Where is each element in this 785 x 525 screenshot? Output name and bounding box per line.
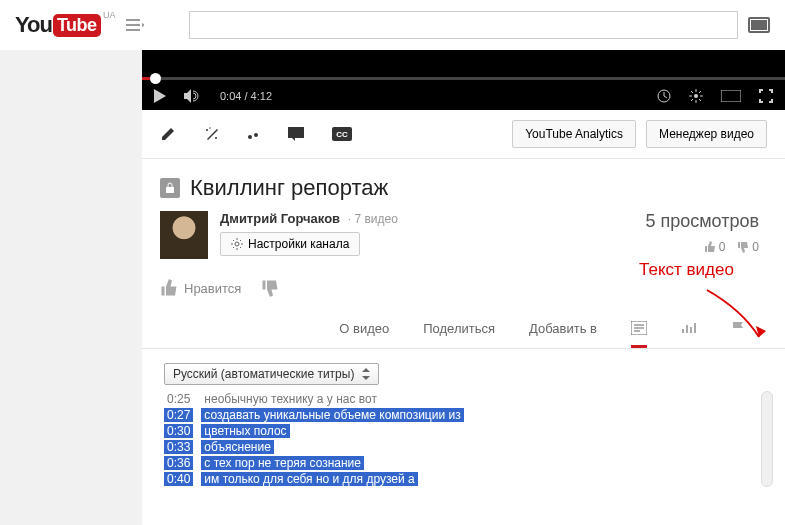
channel-info: Дмитрий Горчаков · 7 видео Настройки кан…: [220, 211, 645, 259]
search-container: [189, 11, 738, 39]
svg-rect-5: [721, 90, 741, 102]
like-button[interactable]: Нравится: [160, 279, 241, 297]
thumbs-down-icon: [261, 279, 279, 297]
like-count: 0: [704, 240, 726, 254]
action-bar: CC YouTube Analytics Менеджер видео: [142, 110, 785, 159]
engagement-row: Нравится: [142, 271, 785, 311]
svg-point-4: [694, 94, 698, 98]
dislike-count: 0: [737, 240, 759, 254]
transcript-language-select[interactable]: Русский (автоматические титры): [164, 363, 379, 385]
svg-rect-12: [166, 187, 174, 193]
tab-transcript[interactable]: [631, 321, 647, 348]
fullscreen-icon[interactable]: [759, 89, 773, 103]
search-input[interactable]: [189, 11, 738, 39]
video-stats: 5 просмотров 0 0: [645, 211, 767, 259]
channel-name[interactable]: Дмитрий Горчаков: [220, 211, 340, 226]
dislike-button[interactable]: [261, 279, 279, 297]
svg-point-8: [209, 127, 210, 128]
transcript-line[interactable]: 0:36с тех пор не теряя сознание: [164, 455, 763, 471]
video-title: Квиллинг репортаж: [190, 175, 388, 201]
logo-text-you: You: [15, 12, 52, 38]
transcript-icon: [631, 321, 647, 335]
channel-settings-button[interactable]: Настройки канала: [220, 232, 360, 256]
tab-report[interactable]: [731, 321, 745, 348]
progress-bar[interactable]: [142, 77, 785, 80]
svg-rect-2: [751, 20, 767, 30]
captions-icon[interactable]: CC: [332, 127, 352, 141]
guide-menu-button[interactable]: [126, 19, 144, 31]
tab-add-to[interactable]: Добавить в: [529, 321, 597, 348]
channel-video-count: · 7 видео: [348, 212, 398, 226]
audio-icon[interactable]: [248, 126, 260, 142]
channel-row: Дмитрий Горчаков · 7 видео Настройки кан…: [142, 211, 785, 271]
transcript-line[interactable]: 0:40им только для себя но и для друзей а: [164, 471, 763, 487]
sidebar: [0, 50, 142, 525]
view-count: 5 просмотров: [645, 211, 759, 232]
header: You Tube UA: [0, 0, 785, 50]
video-player[interactable]: 0:04 / 4:12: [142, 50, 785, 110]
volume-icon[interactable]: [184, 89, 202, 103]
info-tabs: О видео Поделиться Добавить в: [142, 311, 785, 349]
svg-point-7: [215, 137, 217, 139]
transcript-panel: Русский (автоматические титры) 0:25необы…: [142, 349, 785, 501]
svg-point-13: [235, 242, 239, 246]
transcript-line[interactable]: 0:33объяснение: [164, 439, 763, 455]
player-time: 0:04 / 4:12: [220, 90, 272, 102]
svg-rect-9: [288, 127, 304, 138]
theater-mode-icon[interactable]: [721, 90, 741, 102]
analytics-button[interactable]: YouTube Analytics: [512, 120, 636, 148]
title-row: Квиллинг репортаж: [142, 159, 785, 211]
youtube-logo[interactable]: You Tube UA: [15, 12, 101, 38]
flag-icon: [731, 321, 745, 335]
edit-icon[interactable]: [160, 126, 176, 142]
transcript-line[interactable]: 0:25необычную технику а у нас вот: [164, 391, 763, 407]
scrollbar[interactable]: [761, 391, 773, 487]
updown-icon: [362, 368, 370, 380]
privacy-unlisted-icon: [160, 178, 180, 198]
enhance-icon[interactable]: [204, 126, 220, 142]
stats-icon: [681, 321, 697, 335]
tab-share[interactable]: Поделиться: [423, 321, 495, 348]
player-controls: 0:04 / 4:12: [142, 82, 785, 110]
annotations-icon[interactable]: [288, 127, 304, 141]
transcript-lines[interactable]: 0:25необычную технику а у нас вот 0:27со…: [164, 391, 763, 487]
gear-icon: [231, 238, 243, 250]
upload-icon[interactable]: [748, 17, 770, 33]
channel-avatar[interactable]: [160, 211, 208, 259]
video-manager-button[interactable]: Менеджер видео: [646, 120, 767, 148]
settings-icon[interactable]: [689, 89, 703, 103]
thumbs-up-icon: [160, 279, 178, 297]
play-button[interactable]: [154, 89, 166, 103]
watch-later-icon[interactable]: [657, 89, 671, 103]
svg-point-6: [206, 129, 208, 131]
transcript-line[interactable]: 0:30цветных полос: [164, 423, 763, 439]
logo-region: UA: [103, 10, 116, 20]
tab-about[interactable]: О видео: [339, 321, 389, 348]
content: 0:04 / 4:12 CC YouTube Analytics Менедже…: [142, 50, 785, 501]
tab-stats[interactable]: [681, 321, 697, 348]
svg-text:CC: CC: [336, 130, 348, 139]
logo-text-tube: Tube: [53, 14, 101, 37]
transcript-line[interactable]: 0:27создавать уникальные объеме композиц…: [164, 407, 763, 423]
